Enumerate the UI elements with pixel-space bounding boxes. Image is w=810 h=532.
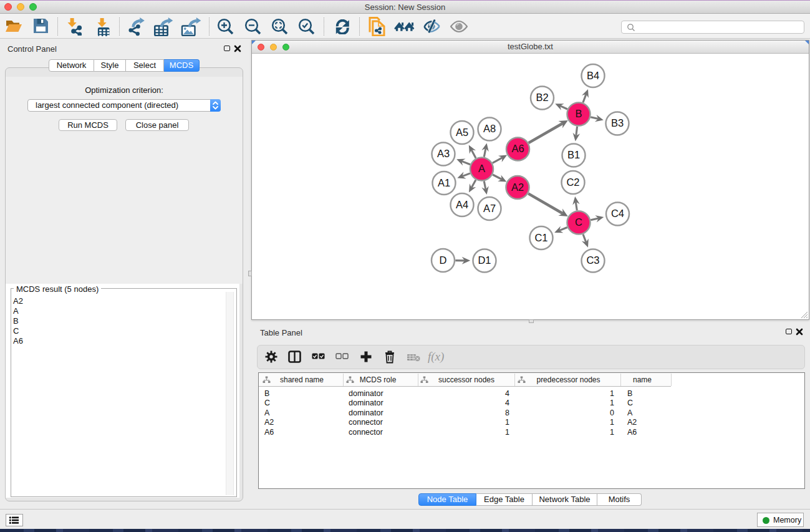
svg-text:B1: B1 xyxy=(567,149,580,160)
svg-text:A8: A8 xyxy=(483,123,496,134)
svg-text:A6: A6 xyxy=(511,143,524,154)
svg-text:C4: C4 xyxy=(611,208,624,219)
svg-text:C2: C2 xyxy=(566,177,579,188)
svg-text:A4: A4 xyxy=(456,199,468,210)
svg-text:C: C xyxy=(575,216,582,228)
svg-text:D: D xyxy=(440,254,447,266)
svg-text:A3: A3 xyxy=(437,148,450,159)
svg-text:A: A xyxy=(478,163,485,174)
svg-text:A7: A7 xyxy=(483,203,496,214)
svg-text:C3: C3 xyxy=(586,254,599,266)
svg-text:B: B xyxy=(575,108,582,119)
svg-text:C1: C1 xyxy=(534,232,547,243)
svg-text:A5: A5 xyxy=(456,127,468,138)
svg-text:D1: D1 xyxy=(478,254,491,266)
svg-text:B3: B3 xyxy=(611,117,624,128)
svg-text:A2: A2 xyxy=(511,181,524,193)
svg-text:B4: B4 xyxy=(587,70,599,81)
svg-text:B2: B2 xyxy=(536,92,548,103)
svg-text:A1: A1 xyxy=(438,177,450,188)
